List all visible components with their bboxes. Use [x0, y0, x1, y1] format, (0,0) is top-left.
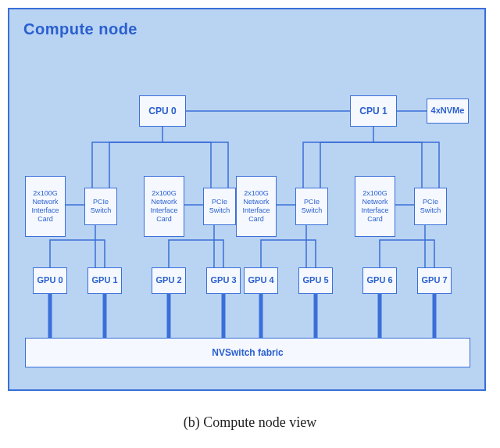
- gpu-2: GPU 2: [152, 267, 186, 294]
- nvswitch-fabric: NVSwitch fabric: [25, 338, 470, 367]
- panel-title: Compute node: [23, 20, 138, 38]
- pcie-switch-3: PCIe Switch: [414, 188, 447, 225]
- figure-caption: (b) Compute node view: [0, 414, 500, 431]
- compute-node-panel: Compute node: [8, 8, 486, 391]
- gpu-7: GPU 7: [417, 267, 452, 294]
- nvme-storage: 4xNVMe: [427, 99, 469, 124]
- cpu-1: CPU 1: [350, 95, 397, 127]
- gpu-6: GPU 6: [362, 267, 397, 294]
- cpu-0: CPU 0: [139, 95, 186, 127]
- nic-2: 2x100G Network Interface Card: [236, 176, 277, 237]
- pcie-switch-2: PCIe Switch: [295, 188, 328, 225]
- gpu-5: GPU 5: [298, 267, 333, 294]
- nic-1: 2x100G Network Interface Card: [144, 176, 184, 237]
- pcie-switch-0: PCIe Switch: [84, 188, 117, 225]
- gpu-3: GPU 3: [206, 267, 241, 294]
- gpu-0: GPU 0: [33, 267, 67, 294]
- gpu-4: GPU 4: [244, 267, 278, 294]
- nic-3: 2x100G Network Interface Card: [355, 176, 395, 237]
- nic-0: 2x100G Network Interface Card: [25, 176, 66, 237]
- gpu-1: GPU 1: [88, 267, 122, 294]
- pcie-switch-1: PCIe Switch: [203, 188, 236, 225]
